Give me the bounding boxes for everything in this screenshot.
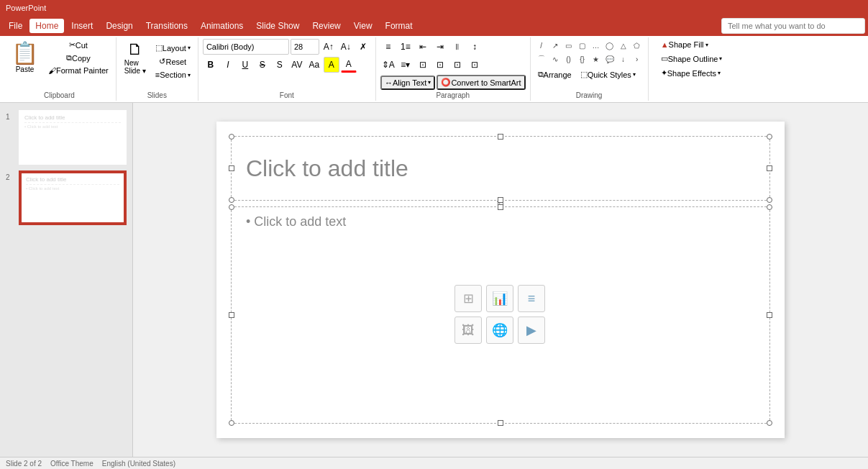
char-spacing-button[interactable]: AV: [289, 57, 305, 73]
title-placeholder[interactable]: Click to add title ↻: [231, 136, 770, 201]
insert-online-picture-icon[interactable]: 🌐: [486, 317, 513, 344]
handle-top-left[interactable]: [229, 134, 234, 140]
shape-pentagon[interactable]: ⬠: [631, 39, 644, 52]
slide-thumb-1[interactable]: 1 Click to add title • Click to add text: [6, 110, 127, 165]
align-left-button[interactable]: ⊡: [415, 57, 431, 73]
shape-outline-button[interactable]: ▭ Shape Outline▾: [658, 53, 726, 65]
shape-rect[interactable]: ▭: [562, 39, 575, 52]
shape-more[interactable]: …: [590, 39, 603, 52]
content-handle-bottom-left[interactable]: [229, 420, 234, 426]
theme-info: Office Theme: [50, 460, 93, 468]
content-placeholder[interactable]: • Click to add text ⊞ 📊 ≡ 🖼 🌐 ▶: [231, 206, 770, 424]
menu-review[interactable]: Review: [306, 19, 346, 33]
align-center-button[interactable]: ⊡: [432, 57, 448, 73]
shape-curve[interactable]: ⌒: [535, 53, 548, 65]
handle-middle-right[interactable]: [767, 165, 772, 171]
menu-view[interactable]: View: [348, 19, 378, 33]
format-painter-button[interactable]: 🖌 Format Painter: [45, 65, 111, 76]
shape-arrow[interactable]: ↗: [549, 39, 562, 52]
menu-animations[interactable]: Animations: [195, 19, 249, 33]
shape-down-arrow[interactable]: ↓: [617, 53, 630, 65]
insert-picture-icon[interactable]: 🖼: [454, 317, 482, 344]
shape-fill-button[interactable]: ▲ Shape Fill▾: [658, 39, 711, 50]
content-handle-bottom-middle[interactable]: [498, 420, 503, 426]
insert-chart-icon[interactable]: 📊: [486, 285, 513, 312]
arrange-button[interactable]: ⧉ Arrange: [535, 68, 575, 81]
shape-effects-button[interactable]: ✦ Shape Effects▾: [658, 67, 723, 79]
handle-bottom-right[interactable]: [767, 197, 772, 203]
handle-top-right[interactable]: [767, 134, 772, 140]
bold-button[interactable]: B: [203, 57, 219, 73]
paste-button[interactable]: 📋 Paste: [7, 39, 42, 90]
bullets-button[interactable]: ≡: [380, 39, 396, 55]
font-size-input[interactable]: [291, 39, 319, 55]
search-input[interactable]: [721, 18, 865, 34]
font-increase-button[interactable]: A↑: [321, 39, 337, 55]
handle-bottom-left[interactable]: [229, 197, 234, 203]
slides-label: Slides: [147, 90, 167, 99]
align-right-button[interactable]: ⊡: [449, 57, 465, 73]
clear-format-button[interactable]: ✗: [355, 39, 371, 55]
content-handle-top-right[interactable]: [767, 204, 772, 210]
content-handle-middle-left[interactable]: [229, 312, 234, 318]
insert-table-icon[interactable]: ⊞: [454, 285, 482, 312]
shape-brace[interactable]: {}: [576, 53, 589, 65]
slide-thumbnail-2[interactable]: Click to add title • Click to add text: [19, 170, 127, 225]
layout-button[interactable]: ⬚ Layout▾: [152, 42, 193, 54]
font-name-input[interactable]: [203, 39, 289, 55]
shape-line[interactable]: /: [535, 39, 548, 52]
shape-chevron[interactable]: ›: [631, 53, 644, 65]
increase-indent-button[interactable]: ⇥: [432, 39, 448, 55]
new-slide-button[interactable]: 🗋 NewSlide ▾: [121, 39, 150, 76]
cut-button[interactable]: ✂ Cut: [45, 39, 111, 51]
slide-info: Slide 2 of 2: [6, 460, 42, 468]
columns-button[interactable]: ⫴: [449, 39, 465, 55]
menu-transitions[interactable]: Transitions: [140, 19, 193, 33]
shape-triangle[interactable]: △: [617, 39, 630, 52]
menu-format[interactable]: Format: [380, 19, 419, 33]
content-handle-bottom-right[interactable]: [767, 420, 772, 426]
shape-callout[interactable]: 💬: [603, 53, 616, 65]
handle-bottom-middle[interactable]: [498, 197, 503, 203]
font-color-button[interactable]: A: [341, 57, 357, 73]
reset-button[interactable]: ↺ Reset: [152, 55, 193, 68]
content-handle-top-left[interactable]: [229, 204, 234, 210]
content-handle-top-middle[interactable]: [498, 204, 503, 210]
shape-bracket[interactable]: (): [562, 53, 575, 65]
handle-middle-left[interactable]: [229, 165, 234, 171]
convert-smartart-button[interactable]: ⭕ Convert to SmartArt: [437, 75, 525, 90]
text-direction-button[interactable]: ⇕A: [380, 57, 396, 73]
copy-button[interactable]: ⧉ Copy: [45, 52, 111, 64]
align-text-button[interactable]: ≡▾: [398, 57, 414, 73]
font-decrease-button[interactable]: A↓: [338, 39, 354, 55]
menu-slideshow[interactable]: Slide Show: [250, 19, 305, 33]
align-text-dropdown[interactable]: ↔ Align Text▾: [380, 76, 436, 90]
shape-oval[interactable]: ◯: [603, 39, 616, 52]
case-button[interactable]: Aa: [306, 57, 322, 73]
justify-button[interactable]: ⊡: [467, 57, 483, 73]
slide-thumbnail-1[interactable]: Click to add title • Click to add text: [19, 110, 127, 165]
insert-smartart-icon[interactable]: ≡: [518, 285, 545, 312]
strikethrough-button[interactable]: S: [255, 57, 270, 73]
highlight-button[interactable]: A: [324, 57, 339, 73]
shape-wave[interactable]: ∿: [549, 53, 562, 65]
section-button[interactable]: ≡ Section▾: [152, 69, 193, 81]
menu-home[interactable]: Home: [29, 19, 64, 33]
content-handle-middle-right[interactable]: [767, 312, 772, 318]
copy-label: Copy: [72, 54, 91, 63]
slide-thumb-2[interactable]: 2 Click to add title • Click to add text: [6, 170, 127, 225]
menu-design[interactable]: Design: [100, 19, 138, 33]
menu-file[interactable]: File: [3, 19, 28, 33]
handle-top-middle[interactable]: [498, 134, 503, 140]
line-spacing-button[interactable]: ↕: [467, 39, 483, 55]
shape-star[interactable]: ★: [590, 53, 603, 65]
underline-button[interactable]: U: [237, 57, 253, 73]
shape-rounded-rect[interactable]: ▢: [576, 39, 589, 52]
italic-button[interactable]: I: [220, 57, 236, 73]
quick-styles-button[interactable]: ⬚ Quick Styles▾: [577, 68, 639, 81]
menu-insert[interactable]: Insert: [65, 19, 99, 33]
shadow-button[interactable]: S: [272, 57, 288, 73]
decrease-indent-button[interactable]: ⇤: [415, 39, 431, 55]
insert-video-icon[interactable]: ▶: [518, 317, 545, 344]
numbering-button[interactable]: 1≡: [398, 39, 414, 55]
